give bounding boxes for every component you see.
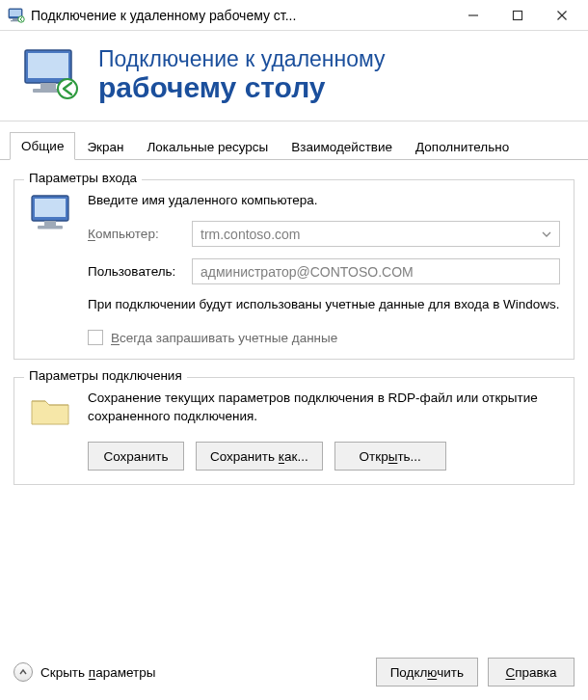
group-connection-title: Параметры подключения xyxy=(24,368,187,383)
group-connection: Параметры подключения Сохранение текущих… xyxy=(13,377,575,485)
rdp-icon xyxy=(19,46,83,102)
svg-rect-6 xyxy=(514,11,522,19)
svg-rect-11 xyxy=(40,83,56,89)
svg-point-13 xyxy=(58,79,77,98)
svg-rect-10 xyxy=(28,53,68,78)
chevron-down-icon xyxy=(542,227,551,242)
svg-point-4 xyxy=(18,15,24,21)
computer-label: Компьютер: xyxy=(88,227,184,241)
monitor-icon xyxy=(28,192,74,346)
toggle-options[interactable]: Скрыть параметры xyxy=(13,662,155,682)
svg-rect-1 xyxy=(10,10,21,16)
svg-rect-2 xyxy=(13,18,18,20)
user-value: администратор@CONTOSO.COM xyxy=(200,264,414,280)
credentials-note: При подключении будут использованы учетн… xyxy=(88,296,560,314)
tab-panel-general: Параметры входа Введите имя удаленного к… xyxy=(0,160,588,490)
svg-rect-15 xyxy=(35,199,66,217)
banner: Подключение к удаленному рабочему столу xyxy=(0,31,588,121)
folder-icon xyxy=(28,390,74,471)
tab-screen[interactable]: Экран xyxy=(75,133,135,160)
help-button[interactable]: Справка xyxy=(488,658,575,687)
always-ask-checkbox[interactable] xyxy=(88,330,103,345)
connection-desc: Сохранение текущих параметров подключени… xyxy=(88,390,560,426)
computer-combobox[interactable]: trm.contoso.com xyxy=(192,221,560,247)
banner-line2: рабочему столу xyxy=(98,72,386,103)
computer-value: trm.contoso.com xyxy=(200,227,300,242)
tab-experience[interactable]: Взаимодействие xyxy=(280,133,404,160)
user-label: Пользователь: xyxy=(88,264,184,279)
banner-line1: Подключение к удаленному xyxy=(98,46,386,72)
connect-button[interactable]: Подключить xyxy=(376,658,478,687)
toggle-options-label: Скрыть параметры xyxy=(40,665,155,680)
tab-general[interactable]: Общие xyxy=(10,132,75,160)
chevron-up-icon xyxy=(13,662,33,682)
group-login-title: Параметры входа xyxy=(24,171,142,185)
user-field[interactable]: администратор@CONTOSO.COM xyxy=(192,258,560,284)
window-title: Подключение к удаленному рабочему ст... xyxy=(31,8,451,23)
open-button[interactable]: Открыть... xyxy=(334,442,446,471)
svg-rect-17 xyxy=(38,226,63,229)
tabs: Общие Экран Локальные ресурсы Взаимодейс… xyxy=(0,121,588,160)
minimize-button[interactable] xyxy=(451,0,495,31)
close-button[interactable] xyxy=(540,0,584,31)
tab-local-resources[interactable]: Локальные ресурсы xyxy=(135,133,280,160)
tab-advanced[interactable]: Дополнительно xyxy=(404,133,521,160)
login-intro: Введите имя удаленного компьютера. xyxy=(88,192,560,210)
maximize-button[interactable] xyxy=(495,0,540,31)
app-icon xyxy=(8,7,25,24)
group-login: Параметры входа Введите имя удаленного к… xyxy=(13,179,575,361)
svg-rect-16 xyxy=(44,221,56,226)
titlebar: Подключение к удаленному рабочему ст... xyxy=(0,0,588,31)
always-ask-label: Всегда запрашивать учетные данные xyxy=(111,331,337,345)
save-as-button[interactable]: Сохранить как... xyxy=(196,442,323,471)
save-button[interactable]: Сохранить xyxy=(88,442,184,471)
footer: Скрыть параметры Подключить Справка xyxy=(0,644,588,700)
